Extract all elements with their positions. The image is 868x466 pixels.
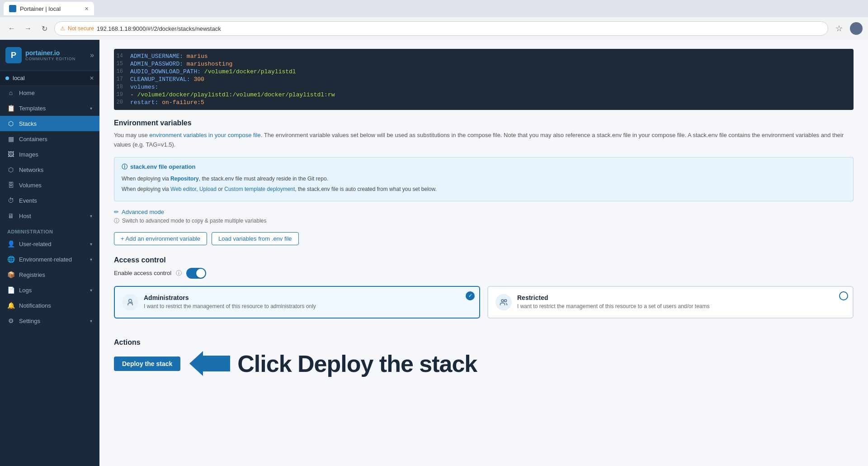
host-icon: 🖥 bbox=[7, 212, 14, 219]
tab-close-btn[interactable]: ✕ bbox=[85, 6, 89, 12]
upload-link[interactable]: Upload bbox=[199, 186, 217, 192]
line-content: ADMIN_PASSWORD: mariushosting bbox=[130, 61, 232, 67]
env-actions: + Add an environment variable Load varia… bbox=[114, 232, 854, 245]
back-button[interactable]: ← bbox=[5, 22, 18, 35]
restricted-card-check bbox=[839, 291, 848, 300]
env-name: local bbox=[13, 75, 25, 81]
user-avatar[interactable] bbox=[850, 22, 863, 35]
arrow-left-icon bbox=[189, 351, 230, 376]
chevron-down-icon: ▾ bbox=[90, 288, 92, 293]
sidebar-collapse-icon[interactable]: » bbox=[90, 51, 94, 59]
access-control-title: Access control bbox=[114, 256, 854, 264]
actions-title: Actions bbox=[114, 338, 854, 347]
env-section: Environment variables You may use enviro… bbox=[114, 119, 854, 245]
info-title-text: stack.env file operation bbox=[130, 163, 196, 170]
sidebar-item-home[interactable]: ⌂ Home bbox=[0, 85, 99, 100]
not-secure-label: Not secure bbox=[68, 25, 94, 32]
code-line-20: 20 restart: on-failure:5 bbox=[114, 99, 854, 106]
svg-marker-4 bbox=[189, 351, 230, 376]
enable-access-label: Enable access control bbox=[114, 270, 171, 276]
logo-sub: COMMUNITY EDITION bbox=[25, 57, 75, 61]
sidebar-item-networks[interactable]: ⬡ Networks bbox=[0, 162, 99, 177]
app-layout: P portainer.io COMMUNITY EDITION » local… bbox=[0, 40, 868, 466]
sidebar-item-events[interactable]: ⏱ Events bbox=[0, 193, 99, 208]
sidebar-item-label: Notifications bbox=[19, 302, 92, 309]
containers-icon: ▦ bbox=[7, 135, 14, 143]
info-line-1: When deploying via Repository, the stack… bbox=[122, 175, 846, 183]
restricted-card-title: Restricted bbox=[517, 294, 710, 301]
sidebar-item-label: Registries bbox=[19, 271, 92, 278]
code-line-16: 16 AUDIO_DOWNLOAD_PATH: /volume1/docker/… bbox=[114, 68, 854, 76]
sidebar-item-notifications[interactable]: 🔔 Notifications bbox=[0, 298, 99, 313]
logo-text-block: portainer.io COMMUNITY EDITION bbox=[25, 49, 75, 62]
env-info-box: ⓘ stack.env file operation When deployin… bbox=[114, 157, 854, 201]
env-compose-link[interactable]: environment variables in your compose fi… bbox=[149, 132, 260, 138]
logo-text: portainer.io bbox=[25, 49, 75, 57]
sidebar-item-volumes[interactable]: 🗄 Volumes bbox=[0, 177, 99, 193]
line-content: ADMIN_USERNAME: marius bbox=[130, 53, 208, 60]
url-text: 192.168.1.18:9000/#!/2/docker/stacks/new… bbox=[97, 25, 221, 32]
line-number: 15 bbox=[114, 61, 130, 67]
deploy-stack-button[interactable]: Deploy the stack bbox=[114, 357, 180, 371]
forward-button[interactable]: → bbox=[22, 22, 34, 35]
code-line-19: 19 - /volume1/docker/playlistdl:/volume1… bbox=[114, 91, 854, 99]
sidebar-item-registries[interactable]: 📦 Registries bbox=[0, 267, 99, 282]
load-env-file-button[interactable]: Load variables from .env file bbox=[212, 232, 299, 245]
environment-icon: 🌐 bbox=[7, 256, 14, 263]
sidebar-item-environment-related[interactable]: 🌐 Environment-related ▾ bbox=[0, 252, 99, 267]
code-line-17: 17 CLEANUP_INTERVAL: 300 bbox=[114, 76, 854, 83]
sidebar-item-images[interactable]: 🖼 Images bbox=[0, 147, 99, 162]
sidebar-item-label: Host bbox=[19, 213, 85, 219]
env-item[interactable]: local bbox=[5, 75, 25, 81]
admin-access-card[interactable]: Administrators I want to restrict the ma… bbox=[114, 286, 480, 319]
sidebar-item-containers[interactable]: ▦ Containers bbox=[0, 131, 99, 147]
sidebar-item-stacks[interactable]: ⬡ Stacks bbox=[0, 116, 99, 131]
advanced-mode-toggle[interactable]: ✏ Advanced mode bbox=[114, 209, 854, 215]
line-content: restart: on-failure:5 bbox=[130, 99, 204, 106]
sidebar-item-user-related[interactable]: 👤 User-related ▾ bbox=[0, 236, 99, 252]
user-icon: 👤 bbox=[7, 240, 14, 247]
browser-controls: ← → ↻ ⚠ Not secure 192.168.1.18:9000/#!/… bbox=[0, 17, 868, 40]
sidebar-item-label: User-related bbox=[19, 241, 85, 247]
env-desc-before: You may use bbox=[114, 132, 149, 138]
info-icon: ⓘ bbox=[114, 217, 119, 225]
svg-point-0 bbox=[129, 299, 132, 302]
restricted-card-icon bbox=[495, 294, 512, 310]
security-icon: ⚠ bbox=[60, 25, 65, 32]
add-env-variable-button[interactable]: + Add an environment variable bbox=[114, 232, 207, 245]
env-close-icon[interactable]: ✕ bbox=[90, 75, 94, 81]
images-icon: 🖼 bbox=[7, 151, 14, 158]
chevron-down-icon: ▾ bbox=[90, 214, 92, 219]
enable-access-control-row: Enable access control ⓘ bbox=[114, 268, 854, 279]
sidebar-item-settings[interactable]: ⚙ Settings ▾ bbox=[0, 313, 99, 328]
bookmark-icon[interactable]: ☆ bbox=[835, 24, 843, 33]
restricted-access-card[interactable]: Restricted I want to restrict the manage… bbox=[487, 286, 854, 319]
sidebar: P portainer.io COMMUNITY EDITION » local… bbox=[0, 40, 99, 466]
sidebar-item-logs[interactable]: 📄 Logs ▾ bbox=[0, 282, 99, 298]
code-line-14: 14 ADMIN_USERNAME: marius bbox=[114, 52, 854, 60]
env-status-dot bbox=[5, 76, 9, 80]
sidebar-item-label: Events bbox=[19, 197, 92, 204]
web-editor-link[interactable]: Web editor bbox=[170, 186, 196, 192]
custom-template-link[interactable]: Custom template deployment bbox=[224, 186, 295, 192]
enable-access-toggle[interactable] bbox=[186, 268, 206, 279]
code-line-15: 15 ADMIN_PASSWORD: mariushosting bbox=[114, 60, 854, 68]
sidebar-item-label: Templates bbox=[19, 105, 85, 112]
toggle-knob bbox=[196, 269, 205, 278]
line-number: 20 bbox=[114, 99, 130, 105]
actions-row: Deploy the stack Click Deploy the stack bbox=[114, 350, 854, 377]
tab-favicon bbox=[9, 5, 16, 12]
admin-card-title: Administrators bbox=[144, 294, 316, 301]
admin-card-content: Administrators I want to restrict the ma… bbox=[144, 294, 316, 309]
sidebar-item-templates[interactable]: 📋 Templates ▾ bbox=[0, 100, 99, 116]
reload-button[interactable]: ↻ bbox=[38, 22, 51, 35]
browser-tab[interactable]: Portainer | local ✕ bbox=[4, 2, 94, 15]
access-cards: Administrators I want to restrict the ma… bbox=[114, 286, 854, 319]
annotation-text: Click Deploy the stack bbox=[237, 350, 477, 377]
chevron-down-icon: ▾ bbox=[90, 106, 92, 111]
sidebar-item-label: Volumes bbox=[19, 182, 92, 189]
address-bar[interactable]: ⚠ Not secure 192.168.1.18:9000/#!/2/dock… bbox=[54, 21, 828, 36]
annotation-arrow: Click Deploy the stack bbox=[189, 350, 477, 377]
help-icon: ⓘ bbox=[176, 269, 182, 277]
sidebar-item-host[interactable]: 🖥 Host ▾ bbox=[0, 208, 99, 223]
